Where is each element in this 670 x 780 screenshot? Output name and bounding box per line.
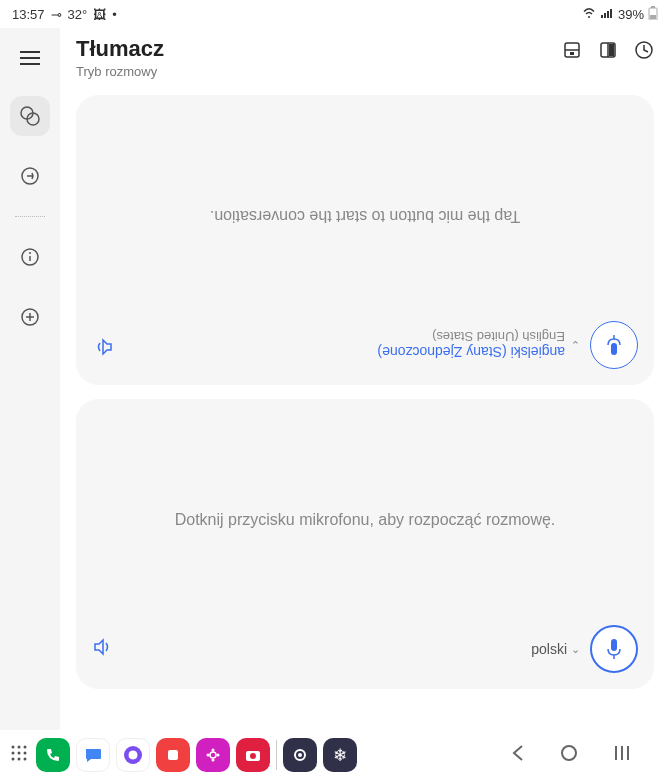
sidebar-item-info[interactable] xyxy=(10,237,50,277)
wifi-icon xyxy=(582,7,596,22)
svg-rect-42 xyxy=(168,750,178,760)
prompt-local: Dotknij przycisku mikrofonu, aby rozpocz… xyxy=(175,511,556,529)
lang-primary-remote: angielski (Stany Zjednoczone) xyxy=(377,345,565,361)
chevron-down-icon: ⌄ xyxy=(571,643,580,656)
svg-point-34 xyxy=(18,751,21,754)
split-icon[interactable] xyxy=(598,40,618,64)
svg-point-33 xyxy=(12,751,15,754)
svg-point-38 xyxy=(24,757,27,760)
status-time: 13:57 xyxy=(12,7,45,22)
svg-rect-26 xyxy=(611,343,617,355)
svg-point-30 xyxy=(12,745,15,748)
lang-secondary-remote: English (United States) xyxy=(432,330,565,345)
speaker-button-remote[interactable] xyxy=(92,333,114,357)
svg-rect-1 xyxy=(604,13,606,18)
svg-rect-6 xyxy=(650,15,656,19)
sidebar xyxy=(0,28,60,730)
svg-point-52 xyxy=(562,746,576,760)
svg-rect-24 xyxy=(609,44,614,56)
dock-divider xyxy=(276,740,277,770)
svg-point-37 xyxy=(18,757,21,760)
svg-point-47 xyxy=(207,754,210,757)
battery-text: 39% xyxy=(618,7,644,22)
app-phone[interactable] xyxy=(36,738,70,772)
conversation-card-local: Dotknij przycisku mikrofonu, aby rozpocz… xyxy=(76,399,654,689)
svg-point-49 xyxy=(250,753,256,759)
svg-rect-21 xyxy=(570,52,574,55)
svg-rect-3 xyxy=(610,9,612,18)
svg-point-36 xyxy=(12,757,15,760)
app-drawer-icon[interactable] xyxy=(10,744,28,767)
sidebar-item-add[interactable] xyxy=(10,297,50,337)
signal-icon xyxy=(600,7,614,22)
mic-button-remote[interactable] xyxy=(590,321,638,369)
bottom-dock: ❄ xyxy=(0,730,670,780)
nav-recents[interactable] xyxy=(614,744,630,766)
nav-home[interactable] xyxy=(560,744,578,766)
svg-point-43 xyxy=(210,752,216,758)
app-snowflake[interactable]: ❄ xyxy=(323,738,357,772)
svg-point-46 xyxy=(212,759,215,762)
battery-icon xyxy=(648,6,658,23)
svg-point-32 xyxy=(24,745,27,748)
app-red[interactable] xyxy=(156,738,190,772)
chevron-down-icon: ⌄ xyxy=(571,339,580,352)
app-title: Tłumacz xyxy=(76,36,164,62)
sidebar-item-conversation[interactable] xyxy=(10,96,50,136)
app-browser[interactable] xyxy=(116,738,150,772)
svg-rect-28 xyxy=(611,639,617,651)
app-gallery[interactable] xyxy=(196,738,230,772)
app-messages[interactable] xyxy=(76,738,110,772)
language-select-remote[interactable]: ⌄ angielski (Stany Zjednoczone) English … xyxy=(377,330,580,361)
svg-point-44 xyxy=(212,749,215,752)
svg-point-51 xyxy=(298,753,302,757)
sidebar-item-translate[interactable] xyxy=(10,156,50,196)
svg-point-31 xyxy=(18,745,21,748)
language-select-local[interactable]: polski ⌄ xyxy=(531,641,580,657)
lang-local: polski xyxy=(531,641,567,657)
conversation-card-remote: ⌄ angielski (Stany Zjednoczone) English … xyxy=(76,95,654,385)
mic-button-local[interactable] xyxy=(590,625,638,673)
svg-point-14 xyxy=(29,252,31,254)
speaker-button-local[interactable] xyxy=(92,637,114,661)
svg-rect-0 xyxy=(601,15,603,18)
app-camera[interactable] xyxy=(236,738,270,772)
app-header: Tłumacz Tryb rozmowy xyxy=(76,36,654,79)
status-bar: 13:57 ⊸ 32° 🖼 • 39% xyxy=(0,0,670,28)
prompt-remote: Tap the mic button to start the conversa… xyxy=(210,207,520,225)
history-icon[interactable] xyxy=(634,40,654,64)
app-settings[interactable] xyxy=(283,738,317,772)
nav-back[interactable] xyxy=(510,744,524,766)
svg-rect-2 xyxy=(607,11,609,18)
sidebar-divider xyxy=(15,216,45,217)
menu-button[interactable] xyxy=(16,42,44,76)
status-waveform-icon: ⊸ xyxy=(51,7,62,22)
svg-point-45 xyxy=(217,754,220,757)
status-image-icon: 🖼 xyxy=(93,7,106,22)
status-temp: 32° xyxy=(68,7,88,22)
app-subtitle: Tryb rozmowy xyxy=(76,64,164,79)
svg-point-35 xyxy=(24,751,27,754)
status-dot-icon: • xyxy=(112,7,117,22)
save-icon[interactable] xyxy=(562,40,582,64)
